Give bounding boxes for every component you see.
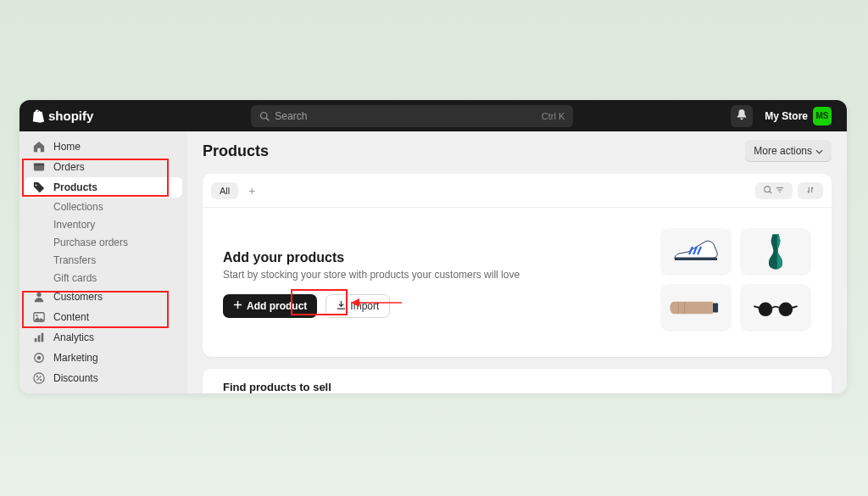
svg-point-4 xyxy=(36,293,41,297)
card-tabs: All + xyxy=(203,174,832,208)
sidebar-item-home[interactable]: Home xyxy=(25,137,182,157)
empty-state: Add your products Start by stocking your… xyxy=(203,208,832,357)
svg-point-30 xyxy=(759,303,773,317)
store-switcher[interactable]: My Store MS xyxy=(761,105,835,127)
more-actions-button[interactable]: More actions xyxy=(745,140,832,162)
sidebar-sub-transfers[interactable]: Transfers xyxy=(25,251,182,269)
empty-state-title: Add your products xyxy=(223,250,643,265)
svg-rect-8 xyxy=(38,335,41,342)
page-title: Products xyxy=(203,142,269,160)
shopify-logo[interactable]: shopify xyxy=(31,109,93,124)
sidebar-sub-collections[interactable]: Collections xyxy=(25,198,182,215)
add-product-label: Add product xyxy=(247,300,307,312)
svg-rect-27 xyxy=(713,304,718,313)
tile-sunglasses xyxy=(740,284,811,332)
image-icon xyxy=(33,311,45,323)
brand-text: shopify xyxy=(48,109,93,123)
search-filter-button[interactable] xyxy=(755,182,793,199)
search-icon xyxy=(764,186,772,196)
plus-icon xyxy=(233,300,242,312)
shopify-bag-icon xyxy=(31,109,45,124)
search-placeholder: Search xyxy=(275,110,307,122)
sidebar-item-label: Customers xyxy=(53,291,103,303)
sidebar: Home Orders Products Collections Invento… xyxy=(19,131,187,393)
filter-icon xyxy=(776,186,784,196)
home-icon xyxy=(33,141,45,153)
topbar: shopify Search Ctrl K My Store MS xyxy=(19,100,847,131)
sidebar-item-content[interactable]: Content xyxy=(25,307,182,327)
download-icon xyxy=(337,300,346,312)
chevron-down-icon xyxy=(815,145,823,157)
products-card: All + Add your products xyxy=(203,174,832,357)
sidebar-item-label: Analytics xyxy=(53,332,94,343)
sidebar-item-products[interactable]: Products xyxy=(25,177,182,198)
svg-point-16 xyxy=(765,186,771,192)
sidebar-item-customers[interactable]: Customers xyxy=(25,287,182,307)
sidebar-item-label: Home xyxy=(53,141,81,153)
sort-button[interactable] xyxy=(798,182,823,199)
sidebar-item-orders[interactable]: Orders xyxy=(25,157,182,177)
find-products-title: Find products to sell xyxy=(223,381,811,393)
app-frame: shopify Search Ctrl K My Store MS xyxy=(19,100,847,393)
tile-vase xyxy=(740,228,811,276)
product-illustration-grid xyxy=(660,228,811,332)
sidebar-item-marketing[interactable]: Marketing xyxy=(25,348,182,368)
bars-icon xyxy=(33,332,45,343)
svg-rect-9 xyxy=(42,333,44,343)
empty-state-actions: Add product Import xyxy=(223,294,643,318)
svg-point-13 xyxy=(36,376,38,377)
svg-line-33 xyxy=(792,306,797,308)
sidebar-sub-inventory[interactable]: Inventory xyxy=(25,215,182,233)
sidebar-item-label: Discounts xyxy=(53,372,98,384)
user-icon xyxy=(33,291,45,303)
sidebar-sub-purchase-orders[interactable]: Purchase orders xyxy=(25,233,182,251)
find-products-card: Find products to sell xyxy=(203,369,832,393)
percent-icon xyxy=(33,372,45,384)
tile-tube xyxy=(660,284,732,332)
sidebar-item-label: Orders xyxy=(53,161,85,173)
svg-point-31 xyxy=(779,303,793,317)
notifications-button[interactable] xyxy=(731,105,753,127)
search-input[interactable]: Search Ctrl K xyxy=(251,105,573,127)
main-content: Products More actions All + xyxy=(187,131,847,393)
sidebar-sub-gift-cards[interactable]: Gift cards xyxy=(25,269,182,287)
target-icon xyxy=(33,352,45,364)
sidebar-item-label: Products xyxy=(53,181,97,193)
tab-add[interactable]: + xyxy=(243,182,260,199)
sidebar-item-discounts[interactable]: Discounts xyxy=(25,368,182,388)
empty-state-subtitle: Start by stocking your store with produc… xyxy=(223,269,643,281)
inbox-icon xyxy=(33,161,45,173)
page-header: Products More actions xyxy=(203,140,832,162)
search-shortcut: Ctrl K xyxy=(542,111,565,121)
svg-line-17 xyxy=(770,191,772,193)
bell-icon xyxy=(736,109,748,124)
sidebar-item-label: Marketing xyxy=(53,352,98,364)
svg-point-6 xyxy=(36,315,37,316)
more-actions-label: More actions xyxy=(754,145,812,157)
annotation-arrow xyxy=(349,296,403,309)
store-label: My Store xyxy=(765,110,808,122)
sidebar-item-label: Content xyxy=(53,311,89,323)
empty-state-text: Add your products Start by stocking your… xyxy=(223,228,643,332)
sidebar-item-analytics[interactable]: Analytics xyxy=(25,327,182,348)
svg-line-32 xyxy=(754,306,759,308)
svg-rect-26 xyxy=(675,258,717,260)
add-product-button[interactable]: Add product xyxy=(223,294,317,318)
sort-icon xyxy=(806,186,815,196)
avatar: MS xyxy=(813,107,832,125)
svg-rect-7 xyxy=(35,338,37,342)
svg-point-11 xyxy=(37,356,41,359)
svg-line-1 xyxy=(267,118,270,120)
header-right: My Store MS xyxy=(731,105,835,127)
search-icon xyxy=(259,111,270,121)
tag-icon xyxy=(33,181,45,193)
svg-rect-3 xyxy=(34,164,44,166)
svg-point-0 xyxy=(261,112,268,119)
tab-all[interactable]: All xyxy=(211,182,238,199)
tile-sneaker xyxy=(660,228,732,276)
svg-point-14 xyxy=(40,379,42,381)
